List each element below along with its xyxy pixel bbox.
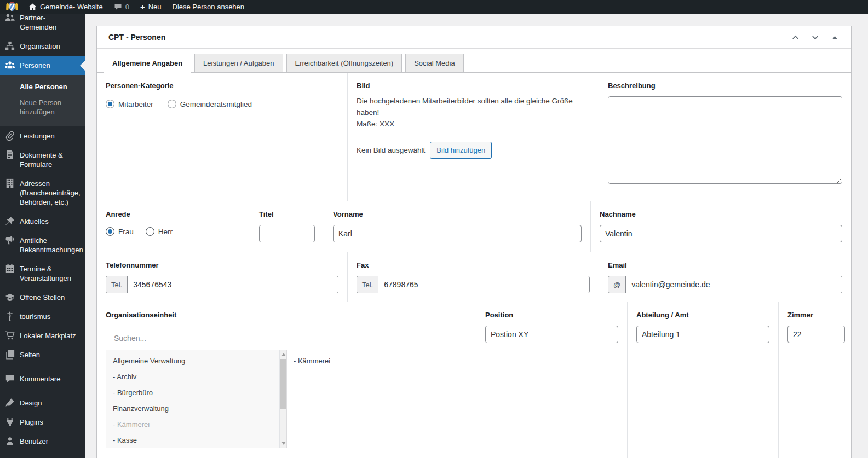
sidebar-item-benutzer[interactable]: Benutzer (0, 432, 85, 451)
fax-prefix: Tel. (357, 276, 378, 293)
radio-herr[interactable] (146, 227, 154, 236)
organisationseinheit-field: Organisationseinheit Allgemeine Verwaltu… (97, 302, 476, 458)
sidebar-item-termine[interactable]: Termine & Veranstaltungen (0, 259, 85, 288)
people-icon (5, 60, 15, 70)
zimmer-input[interactable] (787, 326, 845, 343)
move-up-button[interactable] (785, 29, 805, 45)
plug-icon (5, 417, 15, 427)
telefonnummer-field: Telefonnummer Tel. (97, 252, 347, 302)
palm-tree-icon (5, 311, 15, 321)
no-image-text: Kein Bild ausgewählt (357, 146, 425, 154)
submenu-item-alle-personen[interactable]: Alle Personen (0, 79, 85, 95)
tab-leistungen-aufgaben[interactable]: Leistungen / Aufgaben (194, 54, 283, 73)
sidebar-item-personen[interactable]: Personen (0, 56, 85, 75)
org-option[interactable]: Allgemeine Verwaltung (106, 353, 286, 369)
nachname-input[interactable] (600, 225, 842, 242)
org-selected-list: - Kämmerei (287, 350, 467, 448)
sidebar-item-plugins[interactable]: Plugins (0, 413, 85, 432)
org-option: - Kämmerei (106, 416, 286, 432)
sidebar-item-kommentare[interactable]: Kommentare (0, 369, 85, 389)
personen-kategorie-field: Personen-Kategorie Mitarbeiter Gemeinder… (97, 73, 347, 201)
beschreibung-textarea[interactable] (608, 96, 842, 184)
view-person-link[interactable]: Diese Person ansehen (167, 0, 250, 14)
sidebar-item-design[interactable]: Design (0, 393, 85, 413)
vorname-label: Vorname (333, 210, 582, 218)
radio-frau[interactable] (106, 227, 114, 236)
add-image-button[interactable]: Bild hinzufügen (430, 142, 492, 159)
at-prefix: @ (608, 276, 626, 293)
sidebar-item-dokumente[interactable]: Dokumente & Formulare (0, 146, 85, 174)
bild-label: Bild (357, 82, 590, 90)
org-option[interactable]: Finanzverwaltung (106, 401, 286, 416)
telefonnummer-label: Telefonnummer (106, 261, 338, 269)
toggle-panel-button[interactable] (825, 29, 844, 45)
sidebar-item-tourismus[interactable]: tourismus (0, 307, 85, 326)
sidebar-item-aktuelles[interactable]: Aktuelles (0, 212, 85, 231)
sidebar-item-lokaler-markplatz[interactable]: Lokaler Markplatz (0, 326, 85, 345)
move-down-button[interactable] (805, 29, 825, 45)
sidebar-item-seiten[interactable]: Seiten (0, 345, 85, 364)
position-input[interactable] (485, 326, 618, 343)
org-options-list: Allgemeine Verwaltung - Archiv - Bürgerb… (106, 350, 287, 448)
new-content-button[interactable]: + Neu (135, 0, 167, 14)
site-logo[interactable] (0, 0, 23, 14)
document-icon (5, 150, 15, 160)
user-icon (5, 436, 15, 446)
sidebar-item-amtliche[interactable]: Amtliche Bekanntmachungen (0, 231, 85, 259)
fax-field: Fax Tel. (347, 252, 599, 302)
titel-input[interactable] (259, 225, 315, 242)
telefonnummer-input[interactable] (128, 276, 338, 293)
megaphone-icon (5, 235, 15, 245)
org-chart-icon (5, 41, 15, 51)
org-option[interactable]: - Kasse (106, 432, 286, 448)
nachname-label: Nachname (600, 210, 842, 218)
comments-count: 0 (125, 3, 129, 11)
fax-label: Fax (357, 261, 590, 269)
sidebar-item-adressen[interactable]: Adressen (Brancheneinträge, Behörden, et… (0, 174, 85, 212)
visit-site-link[interactable]: Gemeinde- Website (23, 0, 108, 14)
org-option[interactable]: - Bürgerbüro (106, 385, 286, 401)
radio-option-herr[interactable]: Herr (146, 227, 173, 236)
radio-option-gemeinderatsmitglied[interactable]: Gemeinderatsmitglied (168, 100, 252, 108)
scroll-up-arrow-icon[interactable] (281, 353, 286, 356)
email-input[interactable] (626, 276, 842, 293)
new-label: Neu (148, 3, 162, 11)
abteilung-input[interactable] (636, 326, 769, 343)
fax-input[interactable] (378, 276, 589, 293)
tab-allgemeine-angaben[interactable]: Allgemeine Angaben (104, 54, 191, 73)
tab-erreichbarkeit[interactable]: Erreichbarkeit (Öffnungszeiten) (286, 54, 403, 73)
vorname-field: Vorname (324, 201, 590, 252)
sidebar-item-organisation[interactable]: Organisation (0, 37, 85, 56)
email-label: Email (608, 261, 842, 269)
anrede-field: Anrede Frau Herr (97, 201, 250, 252)
radio-gemeinderatsmitglied[interactable] (168, 100, 176, 108)
scrollbar-thumb[interactable] (280, 359, 286, 409)
scroll-down-arrow-icon[interactable] (281, 442, 286, 445)
plus-icon: + (140, 3, 145, 11)
org-option[interactable]: - Archiv (106, 369, 286, 385)
tab-social-media[interactable]: Social Media (405, 54, 463, 73)
org-list-scrollbar[interactable] (279, 350, 286, 448)
graduation-cap-icon (5, 292, 15, 302)
zimmer-label: Zimmer (787, 311, 845, 319)
sidebar-item-partner-gemeinden[interactable]: Partner-Gemeinden (0, 14, 85, 37)
pushpin-icon (5, 216, 15, 226)
metabox-tabs: Allgemeine Angaben Leistungen / Aufgaben… (97, 49, 851, 73)
comment-bubble-icon (114, 3, 122, 11)
titel-label: Titel (259, 210, 315, 218)
org-selected-item[interactable]: - Kämmerei (294, 357, 460, 365)
pages-icon (5, 350, 15, 360)
cart-icon (5, 331, 15, 340)
titel-field: Titel (250, 201, 324, 252)
sidebar-item-leistungen[interactable]: Leistungen (0, 126, 85, 146)
radio-mitarbeiter[interactable] (106, 100, 114, 108)
comments-link[interactable]: 0 (108, 0, 135, 14)
sidebar-item-offene-stellen[interactable]: Offene Stellen (0, 288, 85, 307)
radio-option-frau[interactable]: Frau (106, 227, 134, 236)
radio-option-mitarbeiter[interactable]: Mitarbeiter (106, 100, 153, 108)
nachname-field: Nachname (590, 201, 851, 252)
submenu-item-neue-person[interactable]: Neue Person hinzufügen (0, 95, 85, 120)
org-search-input[interactable] (107, 326, 465, 350)
vorname-input[interactable] (333, 225, 582, 242)
beschreibung-field: Beschreibung (599, 73, 851, 201)
